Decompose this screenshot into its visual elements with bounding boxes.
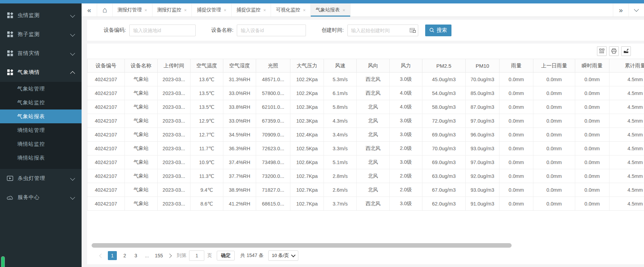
search-button[interactable]: 搜索 xyxy=(425,25,451,36)
table-cell: 102.5Kpa xyxy=(290,142,324,155)
calendar-icon[interactable] xyxy=(410,28,416,33)
table-cell: 西北风 xyxy=(357,197,390,211)
device-name-input[interactable] xyxy=(237,25,306,36)
collapse-tabs-button[interactable]: « xyxy=(82,3,97,17)
home-tab-button[interactable]: ⌂ xyxy=(97,3,113,17)
search-button-label: 搜索 xyxy=(437,27,447,34)
chevron-up-icon xyxy=(70,71,75,76)
table-cell: 102.7Kpa xyxy=(290,183,324,197)
tab-report-lamp-monitoring[interactable]: 测报灯监控× xyxy=(152,3,192,17)
cloud-icon xyxy=(7,194,13,201)
column-settings-button[interactable] xyxy=(597,46,607,56)
prev-page-button[interactable] xyxy=(98,254,104,257)
tab-visual-monitoring[interactable]: 可视化监控× xyxy=(271,3,311,17)
table-row[interactable]: 40242107气象站2023-03...13.5℃33.8%RH62101.0… xyxy=(87,100,644,114)
column-header: 设备编号 xyxy=(87,59,125,73)
table-row[interactable]: 40242107气象站2023-03...13.5℃33.0%RH57800.0… xyxy=(87,86,644,100)
table-cell: 72623.0... xyxy=(256,142,290,155)
table-cell: 西北风 xyxy=(357,86,390,100)
table-cell: 0.0mm xyxy=(500,169,533,183)
search-icon xyxy=(429,28,435,33)
chevron-down-icon xyxy=(70,50,75,55)
next-page-button[interactable] xyxy=(166,254,172,257)
page-button-1[interactable]: 1 xyxy=(108,251,117,260)
table-row[interactable]: 40242107气象站2023-03...9.4℃38.9%RH71827.0.… xyxy=(87,183,644,197)
table-cell: 40242107 xyxy=(87,169,125,183)
table-cell: 40242107 xyxy=(87,100,125,114)
table-cell: 3.0级 xyxy=(390,155,422,169)
sidebar-scrollbar-thumb[interactable] xyxy=(1,256,5,267)
table-cell: 102.2Kpa xyxy=(290,86,324,100)
device-name-label: 设备名称: xyxy=(211,27,233,34)
table-cell: 70909.0... xyxy=(256,128,290,142)
tab-report-lamp-management[interactable]: 测报灯管理× xyxy=(113,3,152,17)
goto-page-input[interactable] xyxy=(189,250,204,261)
tabs-container: 测报灯管理×测报灯监控×捕捉仪管理×捕捉仪监控×可视化监控×气象站报表× xyxy=(113,3,351,17)
table-row[interactable]: 40242107气象站2023-03...8.6℃41.2%RH68615.0.… xyxy=(87,197,644,211)
page-button-2[interactable]: 2 xyxy=(122,253,128,258)
table-row[interactable]: 40242107气象站2023-03...13.6℃31.3%RH48571.0… xyxy=(87,73,644,86)
sidebar-subitem-weather-station-management[interactable]: 气象站管理 xyxy=(0,82,82,96)
sidebar-subitem-moisture-station-report[interactable]: 墒情站报表 xyxy=(0,151,82,165)
table-cell: 4.5mm xyxy=(609,100,644,114)
close-icon[interactable]: × xyxy=(184,8,187,12)
page-size-select[interactable]: 10 条/页 xyxy=(268,250,298,261)
sidebar-item-insect-monitoring[interactable]: 虫情监测 xyxy=(0,6,82,25)
horizontal-scrollbar-thumb[interactable] xyxy=(92,243,512,248)
table-cell: 12.7℃ xyxy=(190,128,223,142)
sidebar-item-service-center[interactable]: 服务中心 xyxy=(0,188,82,207)
table-cell: 4.0级 xyxy=(390,100,422,114)
close-icon[interactable]: × xyxy=(263,8,266,12)
table-cell: 4.5mm xyxy=(609,142,644,155)
table-cell: 2.0级 xyxy=(390,183,422,197)
table-cell: 0.0mm xyxy=(533,142,575,155)
table-cell: 92.0ug/m3 xyxy=(466,169,500,183)
table-row[interactable]: 40242107气象站2023-03...11.3℃37.7%RH73200.0… xyxy=(87,169,644,183)
table-row[interactable]: 40242107气象站2023-03...12.9℃33.0%RH67359.0… xyxy=(87,114,644,128)
sidebar-subitem-moisture-station-management[interactable]: 墒情站管理 xyxy=(0,123,82,137)
table-row[interactable]: 40242107气象站2023-03...11.7℃36.3%RH72623.0… xyxy=(87,142,644,155)
tabs-forward-button[interactable]: » xyxy=(613,3,628,17)
tab-weather-station-report[interactable]: 气象站报表× xyxy=(311,3,351,17)
tab-trap-monitoring[interactable]: 捕捉仪监控× xyxy=(232,3,271,17)
table-cell: 2023-03... xyxy=(158,100,190,114)
confirm-page-button[interactable]: 确定 xyxy=(217,251,235,260)
sidebar-item-weather-moisture[interactable]: 气象墒情 xyxy=(0,63,82,82)
create-time-input[interactable] xyxy=(347,25,418,36)
table-cell: 气象站 xyxy=(125,169,158,183)
close-icon[interactable]: × xyxy=(224,8,226,12)
close-icon[interactable]: × xyxy=(303,8,306,12)
export-button[interactable] xyxy=(621,46,631,56)
device-code-input[interactable] xyxy=(129,25,196,36)
export-icon xyxy=(623,48,629,54)
table-cell: 2.8m/s xyxy=(324,169,357,183)
print-button[interactable] xyxy=(609,46,619,56)
table-cell: 102.6Kpa xyxy=(290,155,324,169)
tab-label: 测报灯管理 xyxy=(118,7,142,13)
table-cell: 北风 xyxy=(357,128,390,142)
table-row[interactable]: 40242107气象站2023-03...12.7℃34.5%RH70909.0… xyxy=(87,128,644,142)
page-button-155[interactable]: 155 xyxy=(155,253,163,258)
table-cell: 0.0mm xyxy=(533,128,575,142)
sidebar-subitem-weather-station-monitoring[interactable]: 气象站监控 xyxy=(0,96,82,109)
table-cell: 40242107 xyxy=(87,183,125,197)
sidebar-item-spore-monitoring[interactable]: 孢子监测 xyxy=(0,25,82,44)
sidebar-subitem-weather-station-report[interactable]: 气象站报表 xyxy=(0,109,82,123)
close-icon[interactable]: × xyxy=(343,8,345,12)
date-input-wrap xyxy=(347,25,418,36)
table-row[interactable]: 40242107气象站2023-03...10.9℃37.4%RH73498.0… xyxy=(87,155,644,169)
column-header: PM2.5 xyxy=(422,59,466,73)
sidebar-item-label: 杀虫灯管理 xyxy=(18,175,45,182)
sidebar-subitem-moisture-station-monitoring[interactable]: 墒情站监控 xyxy=(0,137,82,151)
table-cell: 69.0ug/m3 xyxy=(422,155,466,169)
close-icon[interactable]: × xyxy=(144,8,147,12)
table-cell: 4.5mm xyxy=(609,128,644,142)
column-header: 雨量 xyxy=(500,59,533,73)
sidebar-item-pesticide-lamp-management[interactable]: 杀虫灯管理 xyxy=(0,169,82,188)
page-button-3[interactable]: 3 xyxy=(133,253,139,258)
tab-trap-management[interactable]: 捕捉仪管理× xyxy=(192,3,232,17)
table-cell: 102.4Kpa xyxy=(290,128,324,142)
sidebar-item-seedling-disaster[interactable]: 苗情灾情 xyxy=(0,44,82,63)
grid-icon xyxy=(7,50,13,57)
tabs-menu-button[interactable] xyxy=(628,3,644,17)
